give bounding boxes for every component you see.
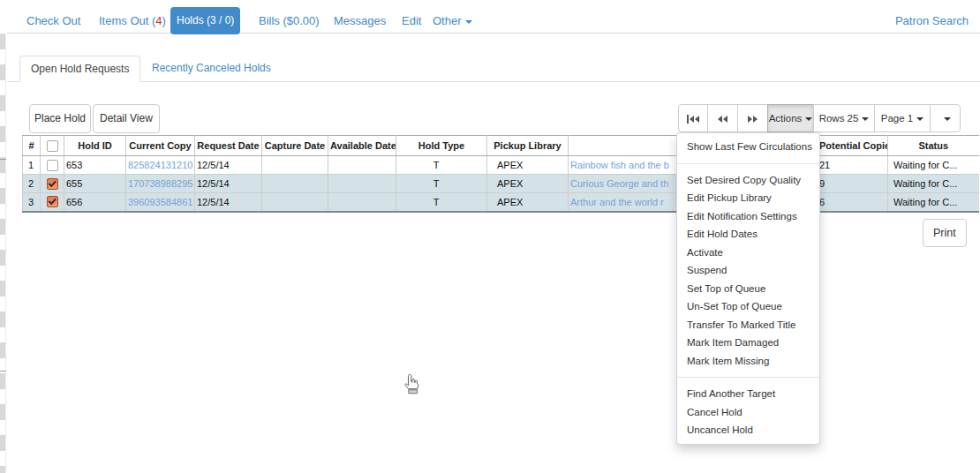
prev-page-button[interactable] (707, 104, 738, 132)
check-icon (49, 197, 57, 205)
nav-items-out[interactable]: Items Out (4) (99, 14, 166, 27)
menu-item[interactable]: Set Desired Copy Quality (677, 171, 819, 190)
actions-dropdown-menu: Show Last Few Circulations Set Desired C… (676, 132, 820, 445)
chevron-down-icon (916, 117, 923, 121)
next-page-button[interactable] (737, 104, 768, 132)
col-request-date[interactable]: Request Date (195, 136, 262, 156)
copy-barcode-link[interactable]: 825824131210 (128, 160, 192, 170)
menu-item[interactable]: Mark Item Damaged (677, 334, 819, 352)
chevron-down-icon (944, 117, 951, 121)
col-hold-id[interactable]: Hold ID (64, 136, 126, 156)
place-hold-button[interactable]: Place Hold (29, 104, 91, 133)
title-link[interactable]: Arthur and the world r (570, 197, 664, 207)
menu-item[interactable]: Transfer To Marked Title (677, 316, 819, 334)
grid-options-button[interactable] (930, 104, 961, 132)
menu-item[interactable]: Find Another Target (677, 385, 819, 403)
nav-bills[interactable]: Bills ($0.00) (259, 14, 320, 27)
left-edge-strip (0, 0, 6, 473)
check-icon (49, 178, 57, 186)
rows-button[interactable]: Rows 25 (813, 104, 875, 132)
menu-item[interactable]: Activate (677, 244, 819, 262)
chevron-down-icon (805, 117, 812, 121)
table-header-row: # Hold ID Current Copy Request Date Capt… (23, 136, 979, 156)
grid-toolbar: Actions Rows 25 Page 1 (678, 104, 961, 132)
copy-barcode-link[interactable]: 396093584861 (128, 197, 192, 207)
title-link[interactable]: Curious George and th (570, 178, 668, 189)
detail-view-button[interactable]: Detail View (93, 104, 160, 133)
first-page-button[interactable] (678, 104, 708, 132)
table-row[interactable]: 2 655 170738988295 12/5/14 T APEX Curiou… (23, 175, 979, 193)
title-link[interactable]: Rainbow fish and the b (570, 160, 669, 170)
nav-check-out[interactable]: Check Out (26, 14, 80, 27)
menu-item[interactable]: Show Last Few Circulations (677, 138, 819, 156)
col-select[interactable] (41, 136, 64, 156)
table-row[interactable]: 1 653 825824131210 12/5/14 T APEX Rainbo… (23, 156, 979, 175)
chevron-down-icon (465, 20, 472, 24)
menu-divider (677, 377, 819, 378)
page-button[interactable]: Page 1 (874, 104, 931, 132)
menu-item[interactable]: Uncancel Hold (677, 421, 819, 439)
col-capture-date[interactable]: Capture Date (262, 136, 328, 156)
col-status[interactable]: Status (888, 136, 979, 156)
row-checkbox[interactable] (47, 160, 58, 171)
col-potential-copies[interactable]: Potential Copies (818, 136, 888, 156)
menu-item[interactable]: Edit Hold Dates (677, 225, 819, 244)
table-row[interactable]: 3 656 396093584861 12/5/14 T APEX Arthur… (23, 193, 979, 212)
col-pickup-library[interactable]: Pickup Library (487, 136, 569, 156)
next-page-icon (748, 116, 752, 123)
nav-other[interactable]: Other (433, 14, 472, 27)
chevron-down-icon (862, 117, 869, 121)
menu-item[interactable]: Suspend (677, 261, 819, 280)
nav-patron-search[interactable]: Patron Search (895, 14, 969, 27)
menu-item[interactable]: Edit Pickup Library (677, 189, 819, 207)
menu-divider (677, 163, 819, 164)
select-all-checkbox[interactable] (47, 140, 58, 152)
nav-edit[interactable]: Edit (402, 14, 421, 27)
tab-recently-canceled-holds[interactable]: Recently Canceled Holds (139, 56, 284, 82)
prev-page-icon (718, 116, 722, 123)
row-checkbox[interactable] (47, 196, 58, 207)
col-number[interactable]: # (23, 136, 41, 156)
col-available-date[interactable]: Available Date (328, 136, 396, 156)
actions-button[interactable]: Actions (767, 104, 814, 132)
print-button[interactable]: Print (923, 219, 967, 247)
col-current-copy[interactable]: Current Copy (126, 136, 195, 156)
first-page-icon (687, 115, 689, 124)
row-checkbox[interactable] (47, 178, 58, 190)
copy-barcode-link[interactable]: 170738988295 (128, 178, 192, 189)
hand-cursor-icon (402, 373, 419, 395)
menu-item[interactable]: Set Top of Queue (677, 280, 819, 298)
menu-item[interactable]: Un-Set Top of Queue (677, 297, 819, 316)
holds-tabs: Open Hold Requests Recently Canceled Hol… (7, 52, 980, 82)
col-hold-type[interactable]: Hold Type (396, 136, 487, 156)
patron-nav: Check Out Items Out (4) Holds (3 / 0) Bi… (7, 0, 980, 34)
nav-messages[interactable]: Messages (334, 14, 386, 27)
menu-item[interactable]: Mark Item Missing (677, 352, 819, 371)
nav-holds-active[interactable]: Holds (3 / 0) (170, 7, 240, 34)
tab-open-hold-requests[interactable]: Open Hold Requests (19, 56, 140, 82)
menu-item[interactable]: Edit Notification Settings (677, 207, 819, 226)
holds-table: # Hold ID Current Copy Request Date Capt… (22, 135, 979, 213)
menu-item[interactable]: Cancel Hold (677, 403, 819, 422)
